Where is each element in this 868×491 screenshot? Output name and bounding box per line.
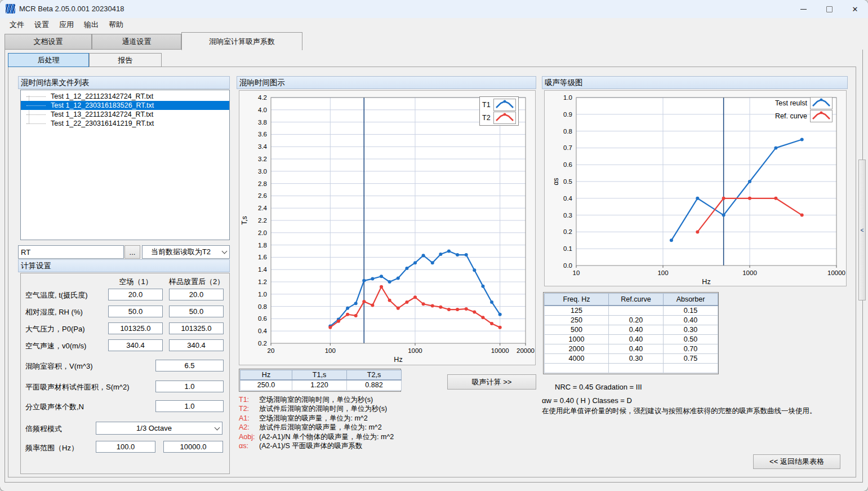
- legend-label-test-result: Test reulst: [775, 99, 807, 107]
- svg-text:0.2: 0.2: [258, 340, 267, 347]
- freq-range-label: 频率范围（Hz）: [25, 443, 78, 453]
- svg-text:10000: 10000: [491, 347, 509, 354]
- table-cell: 125: [545, 306, 609, 316]
- list-item[interactable]: Test 1_12_221123142724_RT.txt: [21, 92, 229, 101]
- data-source-combo[interactable]: 当前数据读取为T2: [142, 245, 230, 259]
- sound-speed-field2[interactable]: [169, 339, 224, 351]
- tree-stub-icon: [26, 96, 46, 97]
- octave-mode-value: 1/3 Octave: [96, 424, 212, 432]
- return-results-button[interactable]: << 返回结果表格: [753, 454, 840, 469]
- table-cell: [664, 363, 718, 373]
- svg-text:0.5: 0.5: [563, 178, 572, 185]
- pressure-field1[interactable]: [108, 322, 163, 334]
- menu-apply[interactable]: 应用: [54, 18, 79, 32]
- svg-text:Hz: Hz: [702, 278, 710, 286]
- maximize-button[interactable]: [816, 0, 842, 18]
- note-line: A2:放试件后混响室的吸声量，单位为: m^2: [239, 423, 475, 432]
- svg-text:0.4: 0.4: [258, 328, 268, 334]
- browse-button[interactable]: ...: [124, 245, 140, 259]
- svg-text:1.0: 1.0: [563, 94, 572, 101]
- freq-max-field[interactable]: [163, 441, 223, 453]
- rt-chart-svg: 0.20.40.60.81.01.21.41.61.82.02.22.42.62…: [239, 91, 535, 365]
- table-row[interactable]: 1250.15: [545, 306, 718, 316]
- list-item[interactable]: Test 1_22_230316141219_RT.txt: [21, 119, 229, 128]
- menu-file[interactable]: 文件: [5, 18, 29, 32]
- table-cell: 0.40: [664, 315, 718, 325]
- svg-text:0.4: 0.4: [563, 195, 573, 202]
- svg-text:0.2: 0.2: [563, 228, 572, 235]
- note-line: T1:空场混响室的混响时间，单位为秒(s): [239, 395, 475, 404]
- col-header-empty-room: 空场（1）: [116, 277, 155, 287]
- table-cell: 0.15: [664, 306, 718, 316]
- table-cell: 500: [545, 325, 609, 334]
- note-line: T2:放试件后混响室的混响时间，单位为秒(s): [239, 404, 475, 413]
- tree-stub-icon: [26, 114, 46, 115]
- abs-table-header-ref: Ref.curve: [609, 294, 664, 306]
- table-row[interactable]: 20000.400.70: [545, 344, 718, 353]
- svg-text:20000: 20000: [517, 347, 535, 354]
- tree-stub-icon: [26, 123, 46, 124]
- note-line: A1:空场混响室的吸声量，单位为: m^2: [239, 414, 475, 423]
- menu-help[interactable]: 帮助: [104, 18, 128, 32]
- table-cell: 0.75: [664, 353, 718, 363]
- table-row[interactable]: 2500.200.40: [545, 315, 718, 325]
- table-row[interactable]: 40000.300.75: [545, 353, 718, 363]
- legend-label-t1: T1: [482, 101, 491, 109]
- svg-text:1.6: 1.6: [258, 254, 267, 260]
- menu-output[interactable]: 输出: [79, 18, 104, 32]
- svg-text:100: 100: [325, 347, 336, 354]
- close-button[interactable]: ✕: [842, 0, 868, 18]
- svg-text:2.6: 2.6: [258, 192, 267, 199]
- air-temp-field1[interactable]: [108, 289, 163, 300]
- rt-chart-legend: T1 T2: [479, 96, 519, 126]
- table-row[interactable]: 10000.400.50: [545, 334, 718, 344]
- room-volume-label: 混响室容积，V(m^3): [25, 361, 93, 371]
- table-row[interactable]: [545, 363, 718, 373]
- octave-mode-combo[interactable]: 1/3 Octave: [96, 422, 222, 435]
- title-bar: MCR Beta 2.05.0.001 20230418 ✕: [0, 0, 868, 18]
- table-row[interactable]: 250.01.2200.882: [241, 380, 402, 390]
- table-cell: 1.220: [292, 380, 347, 390]
- file-name: Test 1_12_221123142724_RT.txt: [51, 92, 153, 100]
- tab-document-settings[interactable]: 文档设置: [5, 34, 92, 50]
- tab-channel-settings[interactable]: 通道设置: [92, 34, 181, 50]
- table-cell: [609, 306, 664, 316]
- svg-text:0.7: 0.7: [563, 144, 572, 151]
- sound-speed-field1[interactable]: [108, 339, 163, 351]
- table-cell: 2000: [545, 344, 609, 353]
- minimize-button[interactable]: [790, 0, 816, 18]
- tree-stub-icon: [26, 105, 46, 106]
- rt-chart-box: 0.20.40.60.81.01.21.41.61.82.02.22.42.62…: [239, 90, 536, 365]
- air-temp-field2[interactable]: [169, 289, 224, 300]
- humidity-field1[interactable]: [108, 306, 163, 317]
- file-name: Test 1_22_230316141219_RT.txt: [51, 120, 154, 127]
- rt-name-input[interactable]: [18, 245, 124, 259]
- table-row[interactable]: 5000.400.30: [545, 325, 718, 334]
- svg-text:Hz: Hz: [394, 356, 402, 364]
- subtab-postprocess[interactable]: 后处理: [8, 53, 89, 67]
- humidity-field2[interactable]: [169, 306, 224, 317]
- table-cell: 0.30: [664, 325, 718, 334]
- alpha-w-result-text: αw = 0.40 ( H ) Classes = D: [542, 396, 632, 405]
- table-cell: 1000: [545, 334, 609, 344]
- pressure-field2[interactable]: [169, 322, 224, 334]
- absorption-calc-button[interactable]: 吸声计算 >>: [447, 374, 536, 390]
- sidebar-collapse-handle[interactable]: <: [858, 160, 866, 300]
- freq-min-field[interactable]: [96, 441, 155, 453]
- svg-text:0.8: 0.8: [563, 128, 572, 135]
- list-item[interactable]: Test 1_13_221123142724_RT.txt: [21, 110, 229, 119]
- menu-settings[interactable]: 设置: [29, 18, 54, 32]
- sample-area-field[interactable]: [155, 381, 224, 392]
- subtab-report[interactable]: 报告: [89, 53, 162, 67]
- red-curve-icon: [493, 112, 516, 124]
- close-icon: ✕: [852, 6, 858, 13]
- legend-label-ref-curve: Ref. curve: [775, 112, 807, 120]
- list-item-selected[interactable]: Test 1_12_230316183526_RT.txt: [21, 101, 229, 110]
- tab-reverb-room-absorption[interactable]: 混响室计算吸声系数: [181, 32, 302, 50]
- sample-area-label: 平面吸声材料试件面积，S(m^2): [25, 382, 130, 392]
- file-name: Test 1_12_230316183526_RT.txt: [51, 101, 154, 109]
- room-volume-field[interactable]: [155, 360, 224, 371]
- red-curve-icon: [810, 110, 833, 122]
- absorber-count-field[interactable]: [155, 400, 224, 412]
- window-title: MCR Beta 2.05.0.001 20230418: [19, 5, 124, 13]
